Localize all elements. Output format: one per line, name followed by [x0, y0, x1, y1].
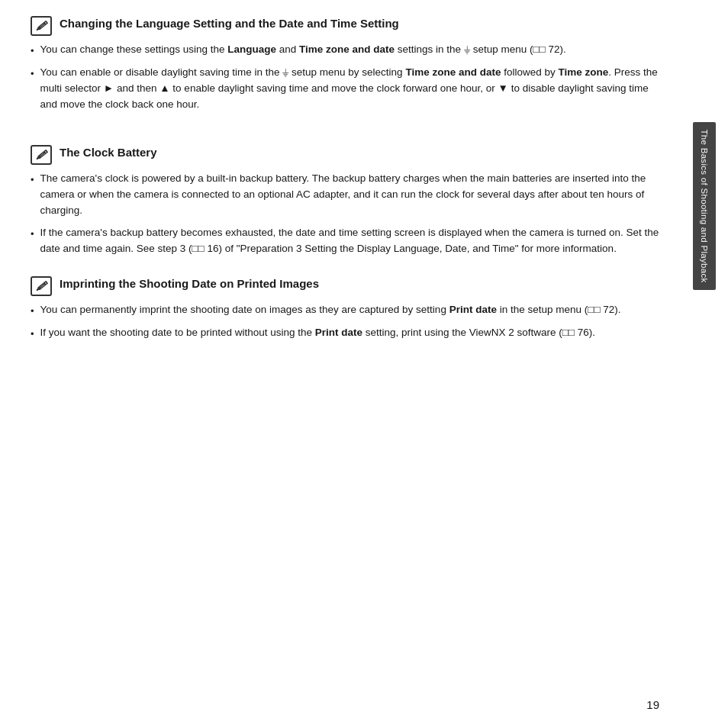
list-item: • You can change these settings using th… — [31, 42, 667, 59]
bullet-dot: • — [31, 43, 34, 59]
section-title-imprinting: Imprinting the Shooting Date on Printed … — [60, 275, 319, 292]
sidebar-label: The Basics of Shooting and Playback — [700, 129, 709, 282]
list-item: • If the camera's backup battery becomes… — [31, 225, 667, 257]
bullet-list-imprinting: • You can permanently imprint the shooti… — [31, 302, 667, 342]
list-item: • If you want the shooting date to be pr… — [31, 325, 667, 342]
section-clock-battery: 🖉 The Clock Battery • The camera's clock… — [31, 144, 667, 257]
bullet-dot: • — [31, 227, 34, 242]
note-icon-clock: 🖉 — [31, 145, 52, 165]
bullet-text-clock-2: If the camera's backup battery becomes e… — [40, 225, 667, 257]
bullet-dot: • — [31, 172, 34, 188]
bullet-dot: • — [31, 327, 34, 342]
list-item: • The camera's clock is powered by a bui… — [31, 171, 667, 219]
bullet-text-lang-1: You can change these settings using the … — [40, 42, 667, 58]
bullet-dot: • — [31, 66, 34, 82]
bullet-text-imp-1: You can permanently imprint the shooting… — [40, 302, 667, 318]
section-language-setting: 🖉 Changing the Language Setting and the … — [31, 15, 667, 113]
bullet-text-clock-1: The camera's clock is powered by a built… — [40, 171, 667, 219]
bullet-list-language: • You can change these settings using th… — [31, 42, 667, 113]
page-number: 19 — [646, 698, 659, 711]
section-title-language: Changing the Language Setting and the Da… — [60, 15, 399, 31]
section-title-clock: The Clock Battery — [60, 144, 157, 160]
bullet-text-lang-2: You can enable or disable daylight savin… — [40, 65, 667, 113]
section-header-language: 🖉 Changing the Language Setting and the … — [31, 15, 667, 36]
note-icon-language: 🖉 — [31, 16, 52, 36]
list-item: • You can permanently imprint the shooti… — [31, 302, 667, 319]
section-imprinting: 🖉 Imprinting the Shooting Date on Printe… — [31, 275, 667, 342]
bullet-list-clock: • The camera's clock is powered by a bui… — [31, 171, 667, 257]
sidebar-tab: The Basics of Shooting and Playback — [693, 122, 716, 290]
note-icon-imprinting: 🖉 — [31, 276, 52, 296]
section-header-imprinting: 🖉 Imprinting the Shooting Date on Printe… — [31, 275, 667, 296]
section-header-clock: 🖉 The Clock Battery — [31, 144, 667, 165]
main-content: 🖉 Changing the Language Setting and the … — [31, 15, 667, 713]
bullet-text-imp-2: If you want the shooting date to be prin… — [40, 325, 667, 341]
bullet-dot: • — [31, 304, 34, 319]
list-item: • You can enable or disable daylight sav… — [31, 65, 667, 113]
sidebar: The Basics of Shooting and Playback — [681, 0, 728, 728]
